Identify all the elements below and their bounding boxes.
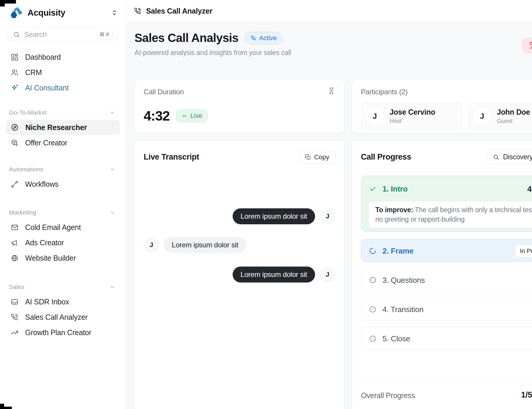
logo-hex-shape (11, 12, 17, 18)
topbar: Sales Call Analyzer (126, 0, 532, 22)
transcript-message: J Lorem ipsum dolor sit (144, 237, 335, 253)
message-bubble: Lorem ipsum dolor sit (233, 267, 315, 283)
section-label: Sales (9, 283, 25, 290)
globe-icon (11, 254, 19, 262)
hourglass-icon (328, 87, 335, 95)
package-plus-icon (11, 139, 19, 147)
step-transition[interactable]: 4. Transition (361, 298, 532, 321)
compass-icon (11, 123, 19, 132)
chevrons-up-down-icon[interactable] (111, 9, 118, 17)
participants-card: Participants (2) J Jose Cervino Host J J… (352, 79, 532, 134)
screenshot-corner-artifact (0, 404, 4, 409)
overall-progress-label: Overall Progress (361, 391, 415, 400)
sidebar-item-niche-researcher[interactable]: Niche Researcher (6, 120, 120, 135)
sidebar-item-label: CRM (25, 68, 42, 77)
sidebar-item-ai-sdr-inbox[interactable]: AI SDR Inbox (6, 294, 120, 309)
chevron-down-icon (109, 166, 115, 172)
participant-name: Jose Cervino (390, 108, 435, 116)
sidebar-item-label: Sales Call Analyzer (25, 313, 88, 322)
sidebar: Acquisity ⌘ K Dashboard CRM (0, 0, 126, 409)
avatar: J (365, 107, 384, 126)
chevron-down-icon (109, 284, 115, 290)
section-label: Automations (9, 166, 43, 173)
step-close[interactable]: 5. Close (361, 327, 532, 350)
transcript-message: Lorem ipsum dolor sit J (144, 267, 335, 283)
divider (352, 384, 532, 384)
overall-progress-value: 1/5 (521, 390, 532, 400)
brand-row: Acquisity (0, 0, 125, 18)
sidebar-item-label: Workflows (25, 180, 59, 189)
main-content: Sales Call Analysis Active AI-powered an… (126, 22, 532, 409)
check-icon (369, 185, 377, 193)
section-items-go-to-market: Niche Researcher Offer Creator (6, 120, 120, 150)
participants-label: Participants (2) (361, 88, 408, 96)
discovery-filter-chip[interactable]: Discovery (487, 150, 532, 164)
section-header-go-to-market[interactable]: Go-To-Market (6, 109, 120, 116)
inbox-icon (11, 298, 19, 306)
sidebar-item-ai-consultant[interactable]: AI Consultant (6, 80, 120, 95)
participant-chip: J Jose Cervino Host (361, 103, 463, 130)
section-label: Marketing (9, 209, 36, 216)
avatar: J (320, 209, 335, 224)
end-call-button[interactable] (522, 38, 532, 53)
chevron-down-icon (109, 210, 115, 215)
sidebar-item-label: Ads Creator (25, 238, 64, 247)
live-transcript-card: Live Transcript Copy Lorem ipsum dolor s… (134, 140, 344, 409)
step-label: 2. Frame (382, 246, 413, 256)
step-questions[interactable]: 3. Questions (361, 268, 532, 291)
participant-role: Host (390, 118, 435, 124)
sidebar-item-ads-creator[interactable]: Ads Creator (6, 235, 120, 250)
search-icon (493, 154, 499, 160)
call-duration-label: Call Duration (144, 88, 184, 96)
message-bubble: Lorem ipsum dolor sit (164, 237, 246, 253)
status-badge: Active (245, 32, 283, 44)
step-label: 4. Transition (382, 305, 424, 314)
transcript-message: Lorem ipsum dolor sit J (144, 208, 335, 224)
phone-icon (134, 7, 142, 15)
topbar-title: Sales Call Analyzer (146, 7, 213, 15)
step-label: 5. Close (382, 334, 410, 343)
sidebar-item-label: Dashboard (25, 53, 61, 61)
circle-dot-icon (369, 276, 377, 284)
sidebar-item-growth-plan-creator[interactable]: Growth Plan Creator (6, 325, 120, 340)
page-title: Sales Call Analysis (134, 31, 239, 45)
circle-dot-icon (369, 306, 377, 313)
sidebar-item-offer-creator[interactable]: Offer Creator (6, 135, 120, 150)
sidebar-item-crm[interactable]: CRM (6, 65, 120, 80)
sidebar-item-cold-email-agent[interactable]: Cold Email Agent (6, 220, 120, 235)
search-input[interactable] (24, 30, 96, 39)
sidebar-item-label: AI SDR Inbox (25, 298, 69, 306)
chevron-down-icon (109, 110, 115, 116)
copy-button[interactable]: Copy (298, 150, 336, 164)
step-time: 4:32 (527, 185, 532, 194)
megaphone-icon (11, 239, 19, 247)
sidebar-item-dashboard[interactable]: Dashboard (6, 49, 120, 65)
call-duration-value: 4:32 (144, 108, 170, 124)
brand-name: Acquisity (27, 8, 65, 18)
participant-name: John Doe (497, 108, 530, 116)
phone-icon (11, 313, 19, 321)
step-intro[interactable]: 1. Intro 4:32 To improve: The call begin… (361, 176, 532, 232)
section-header-marketing[interactable]: Marketing (6, 209, 120, 216)
screenshot-corner-artifact (0, 0, 5, 7)
sidebar-item-label: Website Builder (25, 254, 76, 262)
mail-icon (11, 223, 19, 231)
step-frame[interactable]: 2. Frame In Progress (361, 239, 532, 262)
section-items-automations: Workflows (6, 176, 120, 192)
sidebar-item-label: AI Consultant (25, 84, 69, 92)
live-badge-label: Live (190, 112, 202, 120)
sidebar-item-sales-call-analyzer[interactable]: Sales Call Analyzer (6, 309, 120, 325)
participants-list: J Jose Cervino Host J John Doe Guest (361, 103, 532, 130)
note-text-line2: no greeting or rapport-building (375, 215, 532, 224)
avatar: J (144, 237, 159, 253)
sidebar-item-website-builder[interactable]: Website Builder (6, 250, 120, 266)
sidebar-item-workflows[interactable]: Workflows (6, 176, 120, 192)
search-box[interactable]: ⌘ K (7, 27, 117, 42)
acquisity-logo-icon (11, 7, 22, 18)
copy-icon (305, 154, 311, 160)
search-shortcut-badge: ⌘ K (96, 30, 113, 39)
section-header-sales[interactable]: Sales (6, 283, 120, 290)
section-header-automations[interactable]: Automations (6, 166, 120, 173)
status-badge-label: Active (259, 34, 277, 42)
trending-up-icon (11, 329, 19, 337)
